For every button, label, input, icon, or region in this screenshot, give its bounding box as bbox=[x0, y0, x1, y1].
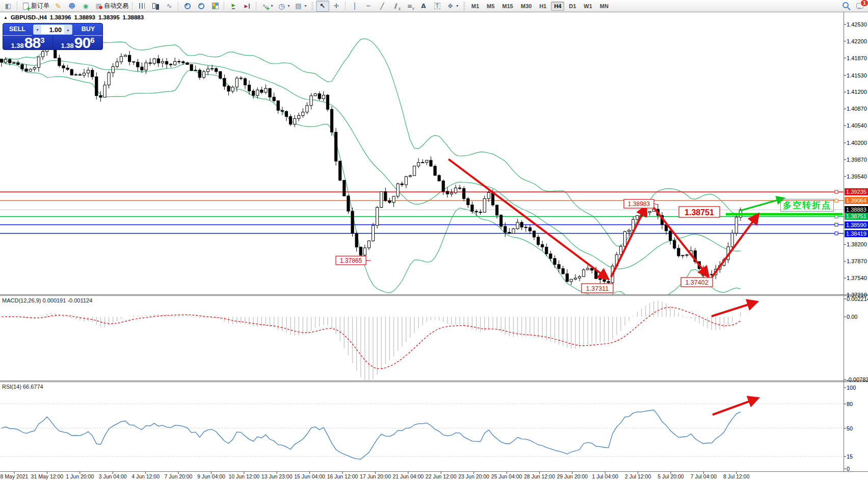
turning-point-note[interactable]: 多空转折点 bbox=[780, 199, 834, 212]
templates-button[interactable]: ▼ bbox=[293, 1, 309, 12]
volume-up-button[interactable]: ▲ bbox=[64, 25, 72, 34]
timeframe-w1-button[interactable]: W1 bbox=[581, 2, 595, 11]
timeframe-m1-button[interactable]: M1 bbox=[468, 2, 482, 11]
rsi-axis-tick: 80 bbox=[847, 401, 853, 408]
new-order-button[interactable]: 新订单 bbox=[20, 1, 51, 12]
price-axis-tick: 1.42200 bbox=[847, 38, 867, 45]
vertical-line-button[interactable] bbox=[348, 1, 361, 12]
time-axis-label: 5 Jul 20:00 bbox=[657, 473, 683, 479]
line-handle[interactable] bbox=[835, 190, 838, 193]
main-price-panel bbox=[0, 39, 844, 308]
timeframe-mn-button[interactable]: MN bbox=[597, 2, 612, 11]
line-chart-mode-button[interactable] bbox=[163, 1, 176, 12]
chart-shift-button[interactable] bbox=[241, 1, 254, 12]
timeframe-m15-button[interactable]: M15 bbox=[499, 2, 516, 11]
candlesticks bbox=[0, 39, 742, 290]
line-handle[interactable] bbox=[835, 232, 838, 235]
trend-arrow-6[interactable] bbox=[713, 398, 757, 415]
macd-axis-tick: 0.002214 bbox=[847, 296, 868, 302]
time-axis-label: 23 Jun 20:00 bbox=[458, 473, 489, 479]
toolbar-separator bbox=[345, 2, 346, 11]
buy-price-sup: 6 bbox=[90, 36, 94, 44]
symbol-period-title: GBPUSD-,H4 bbox=[11, 14, 47, 20]
collapse-panel-icon[interactable]: ▲ bbox=[4, 15, 8, 20]
toolbar-drag-handle[interactable] bbox=[311, 2, 313, 10]
signals-button[interactable] bbox=[79, 1, 92, 12]
tile-windows-button[interactable] bbox=[208, 1, 222, 12]
trend-line-button[interactable] bbox=[376, 1, 389, 12]
timeframe-m30-button[interactable]: M30 bbox=[518, 2, 535, 11]
price-axis-tick: 1.42530 bbox=[847, 21, 867, 28]
fibonacci-button[interactable] bbox=[403, 1, 416, 12]
one-click-trading-panel: SELL ▼ 1.00 ▲ BUY 1.38 88 3 1.38 90 6 bbox=[3, 23, 103, 50]
zoomout-icon bbox=[197, 2, 206, 10]
price-axis-tick: 1.41870 bbox=[847, 55, 867, 62]
time-axis-separator bbox=[0, 471, 868, 472]
equidistant-channel-button[interactable] bbox=[389, 1, 403, 12]
horizontal-line-button[interactable] bbox=[362, 1, 375, 12]
mt4-window: 新订单自动交易▼▼▼▼M1M5M15M30H1H4D1W1MN1 1.38983… bbox=[0, 0, 868, 480]
line-handle[interactable] bbox=[835, 223, 838, 226]
timeframe-h1-button[interactable]: H1 bbox=[536, 2, 549, 11]
time-axis-label: 8 May 2021 bbox=[1, 473, 29, 479]
auto-trading-button[interactable]: 自动交易 bbox=[93, 1, 130, 12]
zoom-out-button[interactable] bbox=[195, 1, 208, 12]
time-axis-label: 3 Jun 04:00 bbox=[99, 473, 127, 479]
timeframe-h4-button[interactable]: H4 bbox=[551, 2, 564, 11]
cursor-button[interactable] bbox=[316, 1, 329, 12]
time-axis-label: 9 Jun 04:00 bbox=[197, 473, 225, 479]
buy-price[interactable]: 1.38 90 6 bbox=[52, 36, 102, 50]
textA-icon bbox=[419, 2, 428, 10]
crosshair-button[interactable] bbox=[330, 1, 343, 12]
timeframe-d1-button[interactable]: D1 bbox=[566, 2, 579, 11]
search-button[interactable] bbox=[839, 1, 853, 12]
auto-scroll-button[interactable] bbox=[227, 1, 240, 12]
time-axis-label: 4 Jun 12:00 bbox=[131, 473, 160, 479]
trend-arrow-2[interactable] bbox=[611, 207, 646, 277]
styles-button[interactable] bbox=[51, 1, 65, 12]
chat-button[interactable]: 1 bbox=[853, 1, 866, 12]
periods-button[interactable]: ▼ bbox=[276, 1, 292, 12]
bar-chart-mode-button[interactable] bbox=[135, 1, 148, 12]
channel-icon bbox=[391, 2, 400, 10]
template-icon bbox=[294, 2, 303, 10]
candle-chart-mode-button[interactable] bbox=[149, 1, 162, 12]
profile-button[interactable] bbox=[65, 1, 78, 12]
time-axis-label: 13 Jun 23:00 bbox=[261, 473, 293, 479]
chart-canvas: 1.389831.387511.378651.373111.37402 bbox=[0, 12, 868, 480]
crayon-icon bbox=[54, 2, 63, 10]
toolbar-separator bbox=[224, 2, 225, 11]
tlabel-icon bbox=[433, 2, 441, 10]
text-button[interactable] bbox=[417, 1, 430, 12]
panel-separator-main-macd[interactable] bbox=[0, 294, 868, 296]
zoom-in-button[interactable] bbox=[181, 1, 194, 12]
sell-price[interactable]: 1.38 88 3 bbox=[3, 36, 52, 50]
trend-arrow-5[interactable] bbox=[712, 302, 756, 316]
timeframe-m5-button[interactable]: M5 bbox=[484, 2, 497, 11]
auto-trading-label: 自动交易 bbox=[104, 2, 128, 10]
toolbar-drag-handle[interactable] bbox=[463, 2, 465, 10]
sell-price-big: 88 bbox=[24, 36, 40, 49]
new-order-label: 新订单 bbox=[31, 2, 49, 10]
trend-arrow-1[interactable] bbox=[449, 159, 608, 279]
price-axis-tick: 1.41200 bbox=[847, 89, 867, 95]
volume-value[interactable]: 1.00 bbox=[41, 25, 64, 34]
line-handle[interactable] bbox=[835, 199, 838, 202]
chevron-down-icon[interactable]: ▼ bbox=[304, 4, 307, 8]
chevron-down-icon[interactable]: ▼ bbox=[270, 4, 274, 8]
volume-down-button[interactable]: ▼ bbox=[34, 25, 41, 34]
time-axis-label: 10 Jun 12:00 bbox=[228, 473, 259, 479]
autoscroll-icon bbox=[229, 2, 238, 10]
arrows-tool-button[interactable]: ▼ bbox=[444, 1, 461, 12]
quote-open: 1.38396 bbox=[50, 14, 71, 20]
time-axis-label: 2 Jul 12:00 bbox=[625, 473, 651, 479]
indicators-button[interactable]: ▼ bbox=[259, 1, 275, 12]
doc-fragment-button[interactable] bbox=[2, 1, 15, 12]
time-axis-label: 21 Jun 04:00 bbox=[392, 473, 424, 479]
chevron-down-icon[interactable]: ▼ bbox=[456, 4, 459, 8]
text-label-button[interactable] bbox=[431, 1, 444, 12]
panel-separator-macd-rsi[interactable] bbox=[0, 381, 868, 382]
macd-axis-tick: -0.007831 bbox=[847, 376, 868, 383]
vline-icon bbox=[350, 2, 359, 10]
chevron-down-icon[interactable]: ▼ bbox=[287, 4, 291, 8]
